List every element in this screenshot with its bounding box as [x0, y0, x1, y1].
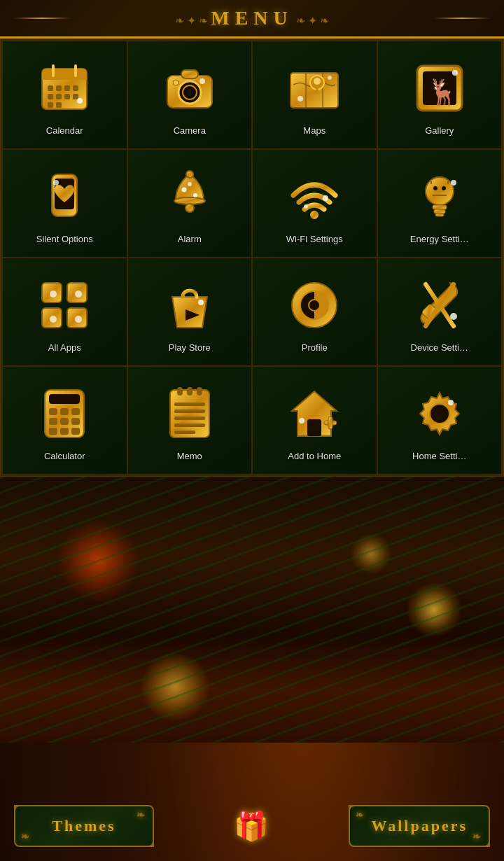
maps-cell[interactable]: Maps — [252, 41, 377, 149]
memo-icon — [158, 382, 221, 445]
calculator-cell[interactable]: Calculator — [2, 366, 127, 475]
gift-area: 🎁 — [234, 810, 269, 843]
calendar-label: Calendar — [46, 125, 83, 136]
svg-point-41 — [193, 193, 197, 197]
svg-rect-75 — [49, 408, 57, 415]
all-apps-icon — [33, 274, 96, 337]
svg-point-47 — [433, 186, 438, 190]
svg-point-55 — [451, 180, 456, 186]
svg-point-21 — [173, 80, 178, 85]
svg-point-63 — [75, 316, 82, 323]
gallery-icon: 🦌 — [408, 57, 471, 120]
alarm-cell[interactable]: Alarm — [127, 149, 253, 258]
alarm-label: Alarm — [178, 234, 202, 245]
memo-cell[interactable]: Memo — [127, 366, 253, 475]
svg-rect-74 — [49, 394, 80, 404]
svg-point-29 — [328, 76, 332, 80]
maps-icon — [283, 57, 346, 120]
svg-point-39 — [186, 171, 193, 178]
calendar-cell[interactable]: Calendar — [2, 41, 127, 149]
home-settings-icon — [408, 382, 471, 445]
svg-point-15 — [77, 98, 83, 104]
wifi-settings-cell[interactable]: Wi-Fi Settings — [252, 149, 377, 258]
svg-rect-96 — [328, 416, 332, 429]
all-apps-label: All Apps — [48, 342, 81, 354]
svg-rect-54 — [435, 214, 444, 216]
memo-label: Memo — [177, 451, 202, 462]
bottom-bar: ❧ Themes ❧ 🎁 ❧ Wallpapers ❧ — [0, 791, 504, 861]
svg-point-44 — [323, 195, 328, 201]
bokeh-3 — [350, 533, 392, 575]
themes-scrollwork-left: ❧ — [136, 809, 147, 821]
svg-point-36 — [53, 180, 59, 186]
calendar-icon — [33, 57, 96, 120]
maps-label: Maps — [303, 125, 326, 136]
svg-point-62 — [50, 316, 57, 323]
all-apps-cell[interactable]: All Apps — [2, 258, 127, 366]
svg-point-99 — [448, 400, 454, 405]
app-grid: Calendar — [1, 39, 503, 476]
profile-label: Profile — [302, 342, 328, 354]
themes-label: Themes — [52, 817, 115, 834]
tree-background — [0, 477, 504, 743]
svg-rect-81 — [49, 428, 57, 435]
silent-options-icon — [33, 165, 96, 228]
svg-rect-76 — [60, 408, 69, 415]
camera-label: Camera — [174, 125, 206, 136]
energy-settings-label: Energy Setti… — [410, 234, 469, 245]
energy-settings-cell[interactable]: Energy Setti… — [377, 149, 503, 258]
camera-cell[interactable]: Camera — [127, 41, 253, 149]
svg-rect-5 — [48, 85, 53, 91]
wallpapers-scrollwork-bottom: ❧ — [472, 831, 483, 843]
play-store-label: Play Store — [169, 342, 211, 354]
gift-icon: 🎁 — [234, 810, 269, 843]
svg-rect-83 — [71, 428, 80, 435]
svg-rect-80 — [71, 418, 80, 425]
device-settings-label: Device Setti… — [411, 342, 468, 354]
energy-settings-icon — [408, 165, 471, 228]
svg-rect-9 — [48, 94, 53, 99]
svg-rect-92 — [174, 430, 195, 434]
add-to-home-icon — [283, 382, 346, 445]
svg-rect-84 — [170, 390, 209, 438]
home-settings-label: Home Setti… — [412, 451, 466, 462]
play-store-cell[interactable]: Play Store — [127, 258, 253, 366]
silent-options-cell[interactable]: Silent Options — [2, 149, 127, 258]
home-settings-cell[interactable]: Home Setti… — [377, 366, 503, 475]
gallery-cell[interactable]: 🦌 Gallery — [377, 41, 503, 149]
svg-point-28 — [298, 96, 303, 102]
svg-point-68 — [309, 300, 320, 311]
themes-button[interactable]: ❧ Themes ❧ — [14, 805, 154, 847]
svg-point-20 — [186, 89, 193, 96]
svg-rect-52 — [433, 205, 447, 209]
svg-rect-77 — [71, 408, 80, 415]
wifi-settings-label: Wi-Fi Settings — [286, 234, 343, 245]
calculator-icon — [33, 382, 96, 445]
svg-point-33 — [452, 70, 458, 76]
play-store-icon — [158, 274, 221, 337]
calculator-label: Calculator — [44, 451, 85, 462]
menu-title: MENU — [211, 7, 293, 29]
bokeh-4 — [140, 652, 210, 722]
svg-rect-13 — [48, 102, 53, 108]
svg-rect-6 — [56, 85, 62, 91]
profile-cell[interactable]: Profile — [252, 258, 377, 366]
device-settings-cell[interactable]: Device Setti… — [377, 258, 503, 366]
add-to-home-cell[interactable]: Add to Home — [252, 366, 377, 475]
svg-rect-82 — [60, 428, 69, 435]
svg-point-22 — [200, 78, 205, 84]
svg-point-98 — [430, 404, 449, 424]
svg-point-72 — [450, 313, 457, 320]
wallpapers-button[interactable]: ❧ Wallpapers ❧ — [349, 805, 490, 847]
ornament-left: ❧ ✦ ❧ — [175, 14, 208, 27]
svg-rect-53 — [434, 209, 445, 214]
wallpapers-label: Wallpapers — [371, 817, 468, 834]
svg-point-48 — [442, 186, 446, 190]
themes-scrollwork-bottom: ❧ — [21, 831, 31, 843]
svg-rect-89 — [174, 410, 205, 413]
svg-rect-91 — [174, 424, 205, 427]
svg-rect-88 — [174, 402, 205, 406]
app-grid-container: Calendar — [0, 38, 504, 477]
gallery-label: Gallery — [425, 125, 454, 136]
svg-rect-14 — [56, 102, 62, 108]
